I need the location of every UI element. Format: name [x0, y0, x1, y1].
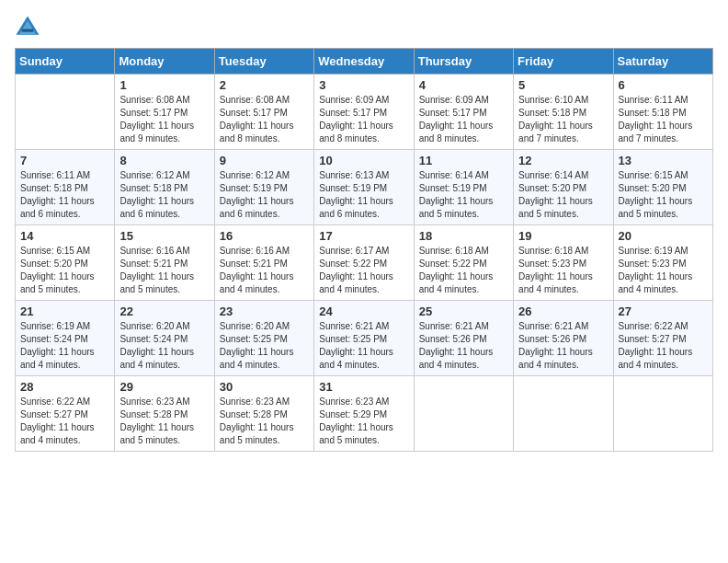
calendar-cell: 6Sunrise: 6:11 AMSunset: 5:18 PMDaylight…	[613, 75, 712, 150]
logo	[15, 15, 44, 40]
calendar-table: SundayMondayTuesdayWednesdayThursdayFrid…	[15, 48, 713, 452]
calendar-cell: 17Sunrise: 6:17 AMSunset: 5:22 PMDayligh…	[314, 225, 414, 301]
day-info: Sunrise: 6:15 AMSunset: 5:20 PMDaylight:…	[619, 169, 708, 221]
day-number: 26	[518, 304, 608, 318]
calendar-week-4: 21Sunrise: 6:19 AMSunset: 5:24 PMDayligh…	[16, 301, 713, 376]
day-number: 10	[319, 154, 408, 167]
day-info: Sunrise: 6:17 AMSunset: 5:22 PMDaylight:…	[319, 245, 408, 296]
calendar-cell: 3Sunrise: 6:09 AMSunset: 5:17 PMDaylight…	[314, 75, 414, 150]
day-info: Sunrise: 6:21 AMSunset: 5:26 PMDaylight:…	[419, 320, 508, 372]
day-number: 2	[220, 78, 309, 92]
day-number: 23	[220, 304, 309, 318]
calendar-cell	[16, 75, 115, 150]
day-info: Sunrise: 6:13 AMSunset: 5:19 PMDaylight:…	[319, 169, 408, 221]
day-info: Sunrise: 6:22 AMSunset: 5:27 PMDaylight:…	[20, 396, 109, 447]
calendar-cell: 29Sunrise: 6:23 AMSunset: 5:28 PMDayligh…	[115, 376, 214, 452]
day-number: 14	[20, 229, 109, 243]
day-number: 18	[419, 229, 508, 243]
day-info: Sunrise: 6:11 AMSunset: 5:18 PMDaylight:…	[20, 169, 109, 221]
calendar-cell: 20Sunrise: 6:19 AMSunset: 5:23 PMDayligh…	[613, 225, 712, 301]
day-number: 12	[518, 154, 608, 167]
calendar-week-1: 1Sunrise: 6:08 AMSunset: 5:17 PMDaylight…	[16, 75, 713, 150]
day-number: 16	[220, 229, 309, 243]
day-number: 20	[619, 229, 708, 243]
calendar-cell: 18Sunrise: 6:18 AMSunset: 5:22 PMDayligh…	[414, 225, 513, 301]
calendar-cell: 14Sunrise: 6:15 AMSunset: 5:20 PMDayligh…	[16, 225, 115, 301]
calendar-week-5: 28Sunrise: 6:22 AMSunset: 5:27 PMDayligh…	[16, 376, 713, 452]
calendar-cell: 11Sunrise: 6:14 AMSunset: 5:19 PMDayligh…	[414, 150, 513, 225]
day-number: 31	[319, 380, 408, 394]
calendar-cell: 25Sunrise: 6:21 AMSunset: 5:26 PMDayligh…	[414, 301, 513, 376]
calendar-cell	[613, 376, 712, 452]
day-number: 9	[220, 154, 309, 167]
calendar-header-row: SundayMondayTuesdayWednesdayThursdayFrid…	[16, 49, 713, 75]
calendar-cell: 1Sunrise: 6:08 AMSunset: 5:17 PMDaylight…	[115, 75, 214, 150]
calendar-cell: 2Sunrise: 6:08 AMSunset: 5:17 PMDaylight…	[214, 75, 313, 150]
calendar-cell: 31Sunrise: 6:23 AMSunset: 5:29 PMDayligh…	[314, 376, 414, 452]
day-number: 28	[20, 380, 109, 394]
day-number: 3	[319, 78, 408, 92]
calendar-cell: 24Sunrise: 6:21 AMSunset: 5:25 PMDayligh…	[314, 301, 414, 376]
day-info: Sunrise: 6:21 AMSunset: 5:25 PMDaylight:…	[319, 320, 408, 372]
day-info: Sunrise: 6:11 AMSunset: 5:18 PMDaylight:…	[619, 94, 708, 145]
day-info: Sunrise: 6:19 AMSunset: 5:24 PMDaylight:…	[20, 320, 109, 372]
day-number: 5	[518, 78, 608, 92]
day-number: 29	[119, 380, 209, 394]
day-number: 24	[319, 304, 408, 318]
calendar-cell: 30Sunrise: 6:23 AMSunset: 5:28 PMDayligh…	[214, 376, 313, 452]
day-info: Sunrise: 6:14 AMSunset: 5:20 PMDaylight:…	[518, 169, 608, 221]
day-number: 25	[419, 304, 508, 318]
day-number: 7	[20, 154, 109, 167]
day-info: Sunrise: 6:19 AMSunset: 5:23 PMDaylight:…	[619, 245, 708, 296]
day-number: 8	[119, 154, 209, 167]
calendar-week-3: 14Sunrise: 6:15 AMSunset: 5:20 PMDayligh…	[16, 225, 713, 301]
day-info: Sunrise: 6:22 AMSunset: 5:27 PMDaylight:…	[619, 320, 708, 372]
day-info: Sunrise: 6:16 AMSunset: 5:21 PMDaylight:…	[220, 245, 309, 296]
calendar-cell: 27Sunrise: 6:22 AMSunset: 5:27 PMDayligh…	[613, 301, 712, 376]
calendar-cell: 22Sunrise: 6:20 AMSunset: 5:24 PMDayligh…	[115, 301, 214, 376]
calendar-cell: 5Sunrise: 6:10 AMSunset: 5:18 PMDaylight…	[514, 75, 613, 150]
day-info: Sunrise: 6:12 AMSunset: 5:19 PMDaylight:…	[220, 169, 309, 221]
day-info: Sunrise: 6:23 AMSunset: 5:29 PMDaylight:…	[319, 396, 408, 447]
calendar-header-monday: Monday	[115, 49, 214, 75]
calendar-header-tuesday: Tuesday	[214, 49, 313, 75]
calendar-cell: 19Sunrise: 6:18 AMSunset: 5:23 PMDayligh…	[514, 225, 613, 301]
svg-rect-2	[22, 29, 33, 32]
day-number: 21	[20, 304, 109, 318]
calendar-week-2: 7Sunrise: 6:11 AMSunset: 5:18 PMDaylight…	[16, 150, 713, 225]
day-info: Sunrise: 6:18 AMSunset: 5:22 PMDaylight:…	[419, 245, 508, 296]
day-info: Sunrise: 6:12 AMSunset: 5:18 PMDaylight:…	[119, 169, 209, 221]
calendar-cell: 15Sunrise: 6:16 AMSunset: 5:21 PMDayligh…	[115, 225, 214, 301]
calendar-cell: 16Sunrise: 6:16 AMSunset: 5:21 PMDayligh…	[214, 225, 313, 301]
page-header	[15, 15, 713, 40]
day-info: Sunrise: 6:23 AMSunset: 5:28 PMDaylight:…	[119, 396, 209, 447]
day-info: Sunrise: 6:08 AMSunset: 5:17 PMDaylight:…	[119, 94, 209, 145]
day-info: Sunrise: 6:20 AMSunset: 5:25 PMDaylight:…	[220, 320, 309, 372]
day-number: 19	[518, 229, 608, 243]
day-number: 6	[619, 78, 708, 92]
day-info: Sunrise: 6:10 AMSunset: 5:18 PMDaylight:…	[518, 94, 608, 145]
calendar-cell: 8Sunrise: 6:12 AMSunset: 5:18 PMDaylight…	[115, 150, 214, 225]
calendar-cell: 4Sunrise: 6:09 AMSunset: 5:17 PMDaylight…	[414, 75, 513, 150]
day-number: 27	[619, 304, 708, 318]
calendar-cell: 21Sunrise: 6:19 AMSunset: 5:24 PMDayligh…	[16, 301, 115, 376]
calendar-cell	[514, 376, 613, 452]
day-info: Sunrise: 6:18 AMSunset: 5:23 PMDaylight:…	[518, 245, 608, 296]
day-number: 4	[419, 78, 508, 92]
day-info: Sunrise: 6:14 AMSunset: 5:19 PMDaylight:…	[419, 169, 508, 221]
calendar-header-friday: Friday	[514, 49, 613, 75]
day-number: 11	[419, 154, 508, 167]
day-info: Sunrise: 6:16 AMSunset: 5:21 PMDaylight:…	[119, 245, 209, 296]
day-info: Sunrise: 6:08 AMSunset: 5:17 PMDaylight:…	[220, 94, 309, 145]
day-number: 13	[619, 154, 708, 167]
day-info: Sunrise: 6:21 AMSunset: 5:26 PMDaylight:…	[518, 320, 608, 372]
day-number: 15	[119, 229, 209, 243]
day-number: 22	[119, 304, 209, 318]
calendar-cell: 26Sunrise: 6:21 AMSunset: 5:26 PMDayligh…	[514, 301, 613, 376]
calendar-cell: 28Sunrise: 6:22 AMSunset: 5:27 PMDayligh…	[16, 376, 115, 452]
calendar-header-saturday: Saturday	[613, 49, 712, 75]
day-info: Sunrise: 6:09 AMSunset: 5:17 PMDaylight:…	[319, 94, 408, 145]
day-number: 1	[119, 78, 209, 92]
logo-icon	[15, 15, 40, 40]
calendar-cell: 7Sunrise: 6:11 AMSunset: 5:18 PMDaylight…	[16, 150, 115, 225]
